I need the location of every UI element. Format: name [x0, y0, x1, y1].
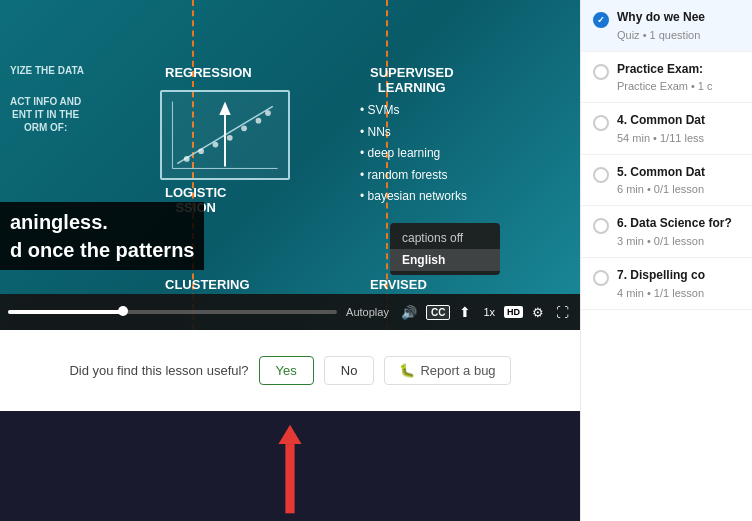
feedback-question: Did you find this lesson useful? [69, 363, 248, 378]
section-supervised: SUPERVISED LEARNING [370, 65, 454, 95]
sidebar-radio-4 [593, 218, 609, 234]
svg-point-9 [265, 110, 271, 116]
caption-english-option[interactable]: English [390, 249, 500, 271]
progress-fill [8, 310, 123, 314]
sidebar-item-4[interactable]: 6. Data Science for?3 min • 0/1 lesson [581, 206, 752, 258]
sidebar-item-meta-3: 6 min • 0/1 lesson [617, 183, 740, 195]
section-clustering: CLUSTERING [165, 277, 250, 292]
sidebar-item-title-4: 6. Data Science for? [617, 216, 740, 232]
svg-marker-12 [278, 425, 301, 444]
sidebar-radio-3 [593, 167, 609, 183]
fullscreen-icon[interactable]: ⛶ [553, 303, 572, 322]
speed-button[interactable]: 1x [480, 304, 498, 320]
bullet-item-5: • bayesian networks [360, 186, 467, 208]
progress-bar[interactable] [8, 310, 337, 314]
volume-icon[interactable]: 🔊 [398, 303, 420, 322]
svg-point-6 [227, 135, 233, 141]
bullet-item-4: • random forests [360, 165, 467, 187]
bug-icon: 🐛 [399, 363, 415, 378]
sidebar-item-content-5: 7. Dispelling co4 min • 1/1 lesson [617, 268, 740, 299]
video-controls-bar[interactable]: Autoplay 🔊 CC ⬆ 1x HD ⚙ ⛶ [0, 294, 580, 330]
svg-marker-11 [219, 102, 230, 115]
lesson-feedback: Did you find this lesson useful? Yes No … [0, 330, 580, 411]
sidebar-item-5[interactable]: 7. Dispelling co4 min • 1/1 lesson [581, 258, 752, 310]
sidebar-item-content-1: Practice Exam:Practice Exam • 1 c [617, 62, 740, 93]
video-subtitle: aningless. d once the patterns [0, 202, 204, 270]
svg-point-8 [256, 118, 262, 124]
video-container[interactable]: YIZE THE DATA REGRESSION SUPERVISED LEAR… [0, 0, 580, 330]
sidebar-item-1[interactable]: Practice Exam:Practice Exam • 1 c [581, 52, 752, 104]
sidebar-item-title-1: Practice Exam: [617, 62, 740, 78]
sidebar-item-title-2: 4. Common Dat [617, 113, 740, 129]
sidebar: Why do we NeeQuiz • 1 questionPractice E… [580, 0, 752, 521]
report-bug-button[interactable]: 🐛 Report a bug [384, 356, 510, 385]
caption-icon[interactable]: ⬆ [456, 302, 474, 322]
video-grid [0, 0, 580, 330]
progress-dot [118, 306, 128, 316]
sidebar-item-meta-2: 54 min • 1/11 less [617, 132, 740, 144]
sidebar-item-content-3: 5. Common Dat6 min • 0/1 lesson [617, 165, 740, 196]
sidebar-item-content-0: Why do we NeeQuiz • 1 question [617, 10, 740, 41]
yes-button[interactable]: Yes [259, 356, 314, 385]
bullet-item-2: • NNs [360, 122, 467, 144]
sidebar-item-meta-1: Practice Exam • 1 c [617, 80, 740, 92]
sidebar-item-0[interactable]: Why do we NeeQuiz • 1 question [581, 0, 752, 52]
bullet-item-3: • deep learning [360, 143, 467, 165]
sidebar-item-meta-0: Quiz • 1 question [617, 29, 740, 41]
caption-off-option[interactable]: captions off [390, 227, 500, 249]
hd-badge[interactable]: HD [504, 306, 523, 318]
sidebar-radio-5 [593, 270, 609, 286]
autoplay-label[interactable]: Autoplay [343, 304, 392, 320]
svg-point-7 [241, 125, 247, 131]
sidebar-radio-2 [593, 115, 609, 131]
svg-point-3 [184, 156, 190, 162]
section-supervised2: ERVISED [370, 277, 427, 292]
sidebar-radio-0 [593, 12, 609, 28]
sidebar-item-meta-5: 4 min • 1/1 lesson [617, 287, 740, 299]
caption-tooltip[interactable]: captions off English [390, 223, 500, 275]
svg-point-5 [213, 142, 219, 148]
regression-chart [160, 90, 290, 180]
red-arrow-annotation [265, 421, 315, 521]
section-extract: ACT INFO AND ENT IT IN THE ORM OF: [10, 95, 81, 134]
sidebar-item-title-3: 5. Common Dat [617, 165, 740, 181]
sidebar-item-content-2: 4. Common Dat54 min • 1/11 less [617, 113, 740, 144]
cc-button[interactable]: CC [426, 305, 450, 320]
section-regression: REGRESSION [165, 65, 252, 80]
sidebar-item-title-5: 7. Dispelling co [617, 268, 740, 284]
settings-icon[interactable]: ⚙ [529, 303, 547, 322]
svg-point-4 [198, 148, 204, 154]
regression-svg [162, 92, 288, 178]
svg-rect-13 [285, 444, 294, 513]
sidebar-item-3[interactable]: 5. Common Dat6 min • 0/1 lesson [581, 155, 752, 207]
no-button[interactable]: No [324, 356, 375, 385]
bullet-item-1: • SVMs [360, 100, 467, 122]
sidebar-item-title-0: Why do we Nee [617, 10, 740, 26]
sidebar-item-content-4: 6. Data Science for?3 min • 0/1 lesson [617, 216, 740, 247]
sidebar-item-meta-4: 3 min • 0/1 lesson [617, 235, 740, 247]
annotation-arrow-wrapper [0, 411, 580, 521]
sidebar-radio-1 [593, 64, 609, 80]
section-analyze: YIZE THE DATA [10, 65, 84, 76]
bullet-list: • SVMs • NNs • deep learning • random fo… [360, 100, 467, 208]
video-panel: YIZE THE DATA REGRESSION SUPERVISED LEAR… [0, 0, 580, 521]
sidebar-item-2[interactable]: 4. Common Dat54 min • 1/11 less [581, 103, 752, 155]
